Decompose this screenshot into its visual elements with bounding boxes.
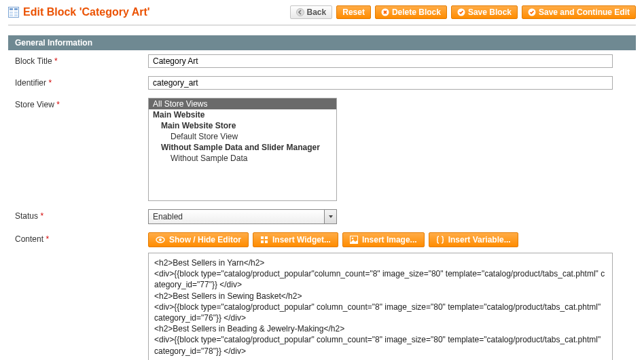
svg-rect-1 [10, 8, 13, 10]
svg-rect-6 [14, 14, 18, 16]
delete-icon [381, 8, 389, 16]
chevron-down-icon [324, 210, 336, 223]
insert-image-label: Insert Image... [362, 235, 417, 245]
check-icon [457, 8, 465, 16]
reset-label: Reset [342, 7, 365, 17]
insert-widget-button[interactable]: Insert Widget... [253, 232, 338, 247]
svg-rect-4 [14, 12, 18, 14]
insert-image-button[interactable]: Insert Image... [342, 232, 425, 247]
back-button[interactable]: Back [290, 5, 333, 19]
option-all-store-views[interactable]: All Store Views [149, 98, 336, 109]
label-content: Content * [15, 232, 148, 244]
save-label: Save Block [468, 7, 512, 17]
store-view-multiselect[interactable]: All Store Views Main Website Main Websit… [148, 98, 337, 201]
svg-rect-5 [10, 14, 13, 16]
row-content: Content * Show / Hide Editor Insert Widg… [8, 228, 636, 360]
svg-point-7 [296, 9, 304, 16]
widget-icon [260, 236, 268, 244]
content-line: <h2>Best Sellers in Yarn</h2> [154, 257, 607, 268]
svg-rect-3 [10, 12, 13, 14]
page-header: Edit Block 'Category Art' Back Reset Del… [8, 4, 636, 23]
status-value: Enabled [153, 212, 183, 221]
option-main-website-store[interactable]: Main Website Store [149, 120, 336, 131]
status-select[interactable]: Enabled [148, 209, 337, 224]
variable-icon [436, 236, 444, 244]
check-icon [528, 8, 536, 16]
delete-button[interactable]: Delete Block [375, 5, 447, 19]
option-main-website[interactable]: Main Website [149, 109, 336, 120]
toggle-editor-button[interactable]: Show / Hide Editor [148, 232, 249, 247]
label-identifier: Identifier * [15, 76, 148, 88]
eye-icon [156, 236, 165, 244]
content-line: <h2>Best Sellers in Beading & Jewelry-Ma… [154, 323, 607, 334]
back-icon [296, 8, 304, 16]
option-without-sample[interactable]: Without Sample Data [149, 153, 336, 164]
svg-rect-2 [14, 8, 18, 10]
row-identifier: Identifier * [8, 72, 636, 94]
section-general-info: General Information [8, 35, 636, 50]
content-textarea[interactable]: <h2>Best Sellers in Yarn</h2> <div>{{blo… [148, 253, 613, 360]
save-continue-button[interactable]: Save and Continue Edit [522, 5, 636, 19]
content-line: <h2>Best Sellers in Sewing Basket</h2> [154, 291, 607, 302]
delete-label: Delete Block [392, 7, 441, 17]
label-store-view: Store View * [15, 98, 148, 109]
label-status: Status * [15, 209, 148, 221]
svg-rect-14 [265, 236, 268, 239]
row-store-view: Store View * All Store Views Main Websit… [8, 94, 636, 205]
svg-point-18 [352, 238, 354, 240]
image-icon [350, 236, 358, 244]
toggle-editor-label: Show / Hide Editor [169, 235, 241, 245]
editor-toolbar: Show / Hide Editor Insert Widget... Inse… [148, 232, 629, 247]
reset-button[interactable]: Reset [336, 5, 371, 19]
row-block-title: Block Title * [8, 50, 636, 72]
option-without-sample-mgr[interactable]: Without Sample Data and Slider Manager [149, 142, 336, 153]
insert-variable-label: Insert Variable... [448, 235, 511, 245]
insert-widget-label: Insert Widget... [272, 235, 331, 245]
svg-point-12 [159, 238, 162, 241]
save-button[interactable]: Save Block [451, 5, 518, 19]
back-label: Back [307, 7, 327, 17]
divider [8, 24, 636, 26]
option-default-store-view[interactable]: Default Store View [149, 131, 336, 142]
svg-rect-13 [261, 236, 264, 239]
block-icon [8, 7, 19, 18]
content-line: <div>{{block type="catalog/product_popul… [154, 302, 607, 323]
page-title: Edit Block 'Category Art' [23, 6, 150, 18]
input-block-title[interactable] [148, 54, 613, 68]
input-identifier[interactable] [148, 76, 613, 90]
insert-variable-button[interactable]: Insert Variable... [429, 232, 518, 247]
save-continue-label: Save and Continue Edit [539, 7, 630, 17]
label-block-title: Block Title * [15, 54, 148, 66]
svg-rect-15 [261, 240, 264, 243]
row-status: Status * Enabled [8, 205, 636, 228]
content-line: <div>{{block type="catalog/product_popul… [154, 268, 607, 290]
svg-rect-16 [265, 240, 268, 243]
content-line: <div>{{block type="catalog/product_popul… [154, 334, 607, 356]
